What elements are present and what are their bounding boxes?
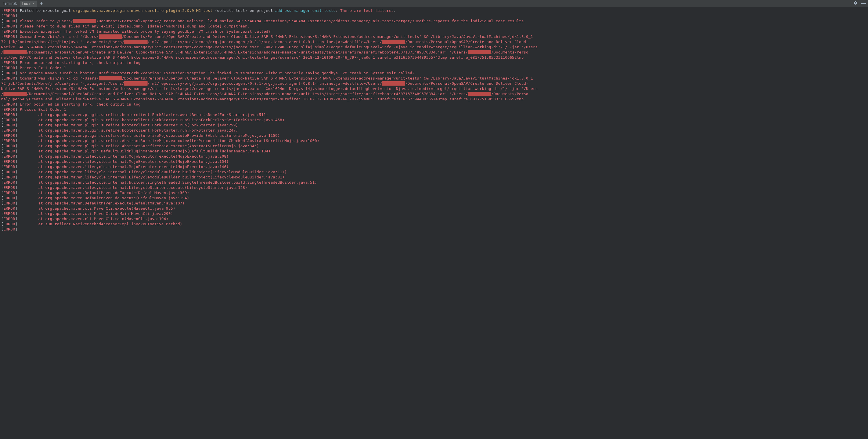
terminal-output[interactable]: [ERROR] Failed to execute goal org.apach… bbox=[0, 7, 868, 233]
log-line: [ERROR] Process Exit Code: 1 bbox=[1, 107, 867, 112]
log-line: [ERROR] Error occurred in starting fork,… bbox=[1, 60, 867, 65]
log-line: [ERROR] at org.apache.maven.cli.MavenCli… bbox=[1, 211, 867, 216]
log-line: [ERROR] at org.apache.maven.lifecycle.in… bbox=[1, 169, 867, 175]
log-line: [ERROR] Command was /bin/sh -c cd "/User… bbox=[1, 76, 867, 81]
redacted: xxxxxxxxxx bbox=[99, 76, 122, 81]
log-line: nal/OpenSAP/Create and Deliver Cloud-Nat… bbox=[1, 97, 867, 102]
log-line: [ERROR] ExecutionException The forked VM… bbox=[1, 29, 867, 34]
log-line: [ERROR] at org.apache.maven.plugin.Defau… bbox=[1, 149, 867, 154]
log-line: Native SAP S:4HANA Extensions/S:4HANA Ex… bbox=[1, 86, 867, 91]
log-line: [ERROR] at org.apache.maven.plugin.suref… bbox=[1, 112, 867, 117]
log-line: nal/OpenSAP/Create and Deliver Cloud-Nat… bbox=[1, 55, 867, 60]
log-line: [ERROR] org.apache.maven.surefire.booter… bbox=[1, 70, 867, 76]
log-line: [ERROR] at org.apache.maven.plugin.suref… bbox=[1, 138, 867, 144]
add-tab-button[interactable]: + bbox=[37, 1, 45, 6]
log-line: /xxxxxxxxxx/Documents/Personal/OpenSAP/C… bbox=[1, 91, 867, 97]
log-line: [ERROR] at org.apache.maven.DefaultMaven… bbox=[1, 195, 867, 201]
redacted: xxxxxxxxxx bbox=[468, 92, 491, 96]
close-icon[interactable]: ✕ bbox=[32, 2, 35, 5]
redacted: xxxxxxxxxx bbox=[382, 81, 405, 86]
terminal-header: Terminal: Local ✕ + — bbox=[0, 0, 868, 7]
redacted: xxxxxxxxxx bbox=[382, 40, 405, 44]
log-line: [ERROR] at org.apache.maven.lifecycle.in… bbox=[1, 159, 867, 164]
log-line: [ERROR] at org.apache.maven.plugin.suref… bbox=[1, 117, 867, 123]
log-line: [ERROR] at org.apache.maven.plugin.suref… bbox=[1, 128, 867, 133]
log-line: [ERROR] bbox=[1, 13, 867, 19]
log-line: [ERROR] at org.apache.maven.lifecycle.in… bbox=[1, 175, 867, 180]
redacted: xxxxxxxxxx bbox=[73, 19, 96, 23]
log-line: [ERROR] Please refer to dump files (if a… bbox=[1, 24, 867, 29]
log-line: [ERROR] at org.apache.maven.lifecycle.in… bbox=[1, 164, 867, 169]
log-line: 72.jdk/Contents/Home/jre/bin/java '-java… bbox=[1, 39, 867, 44]
redacted: xxxxxxxxxx bbox=[3, 92, 27, 96]
log-line: /xxxxxxxxxx/Documents/Personal/OpenSAP/C… bbox=[1, 50, 867, 55]
log-line: [ERROR] at org.apache.maven.lifecycle.in… bbox=[1, 180, 867, 185]
log-line: [ERROR] at org.apache.maven.DefaultMaven… bbox=[1, 190, 867, 195]
log-line: [ERROR] at org.apache.maven.cli.MavenCli… bbox=[1, 216, 867, 222]
redacted: xxxxxxxxxx bbox=[124, 40, 147, 44]
log-line: [ERROR] at org.apache.maven.lifecycle.in… bbox=[1, 154, 867, 159]
log-line: [ERROR] at org.apache.maven.plugin.suref… bbox=[1, 144, 867, 149]
tab-label: Local bbox=[22, 2, 31, 6]
log-line: [ERROR] at org.apache.maven.lifecycle.in… bbox=[1, 185, 867, 190]
log-line: [ERROR] Failed to execute goal org.apach… bbox=[1, 8, 867, 13]
log-line: [ERROR] Process Exit Code: 1 bbox=[1, 65, 867, 70]
redacted: xxxxxxxxxx bbox=[468, 50, 491, 54]
terminal-tab-local[interactable]: Local ✕ bbox=[20, 1, 37, 7]
log-line: 72.jdk/Contents/Home/jre/bin/java '-java… bbox=[1, 81, 867, 86]
redacted: xxxxxxxxxx bbox=[124, 81, 147, 86]
log-line: [ERROR] Command was /bin/sh -c cd "/User… bbox=[1, 34, 867, 39]
terminal-panel-title: Terminal: bbox=[0, 1, 20, 5]
log-line: [ERROR] at org.apache.maven.cli.MavenCli… bbox=[1, 206, 867, 211]
gear-icon[interactable] bbox=[854, 1, 858, 6]
log-line: [ERROR] Error occurred in starting fork,… bbox=[1, 102, 867, 107]
log-line: [ERROR] at org.apache.maven.plugin.suref… bbox=[1, 133, 867, 138]
redacted: xxxxxxxxxx bbox=[99, 34, 122, 39]
log-line: [ERROR] at sun.reflect.NativeMethodAcces… bbox=[1, 222, 867, 227]
log-line: [ERROR] Please refer to /Users/xxxxxxxxx… bbox=[1, 19, 867, 24]
minimize-icon[interactable]: — bbox=[861, 1, 866, 6]
log-line: [ERROR] bbox=[1, 227, 867, 232]
log-line: Native SAP S:4HANA Extensions/S:4HANA Ex… bbox=[1, 44, 867, 50]
log-line: [ERROR] at org.apache.maven.plugin.suref… bbox=[1, 123, 867, 128]
redacted: xxxxxxxxxx bbox=[3, 50, 27, 54]
log-line: [ERROR] at org.apache.maven.DefaultMaven… bbox=[1, 201, 867, 206]
